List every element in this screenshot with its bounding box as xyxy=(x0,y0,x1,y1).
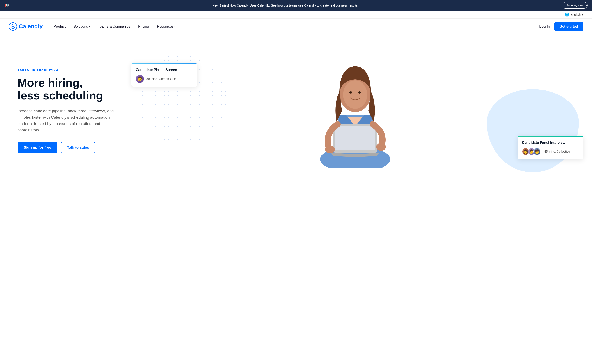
svg-rect-9 xyxy=(335,126,375,150)
close-announcement-button[interactable]: × xyxy=(585,4,588,7)
phone-screen-meta: 30 mins, One-on-One xyxy=(146,77,176,81)
panel-interview-title: Candidate Panel Interview xyxy=(522,141,579,145)
logo-icon xyxy=(9,22,17,31)
hero-blob xyxy=(487,89,579,172)
nav-solutions[interactable]: Solutions ▾ xyxy=(74,25,90,28)
panel-interview-row: 👩 👨 🧑 45 mins, Collective xyxy=(522,148,579,155)
nav-actions: Log In Get started xyxy=(539,22,583,31)
nav-links: Product Solutions ▾ Teams & Companies Pr… xyxy=(53,25,539,28)
hero-subtext: Increase candidate pipeline, book more i… xyxy=(18,108,114,133)
nav-teams-companies[interactable]: Teams & Companies xyxy=(98,25,130,28)
svg-point-11 xyxy=(376,143,386,151)
panel-avatar-2-emoji: 👨 xyxy=(529,149,534,154)
card-phone-body: Candidate Phone Screen 👨 30 mins, One-on… xyxy=(132,64,197,87)
nav-resources[interactable]: Resources ▾ xyxy=(157,25,176,28)
panel-interview-card: Candidate Panel Interview 👩 👨 🧑 45 m xyxy=(518,136,583,159)
phone-screen-title: Candidate Phone Screen xyxy=(136,68,193,72)
svg-point-6 xyxy=(358,91,361,93)
language-label[interactable]: English xyxy=(571,13,581,16)
card-panel-bar xyxy=(518,136,583,137)
panel-avatar-1-emoji: 👩 xyxy=(523,149,528,154)
phone-screen-card: Candidate Phone Screen 👨 30 mins, One-on… xyxy=(132,63,197,87)
save-seat-button[interactable]: Save my seat xyxy=(562,2,588,8)
hero-right: Candidate Phone Screen 👨 30 mins, One-on… xyxy=(132,50,579,172)
logo-text: Calendly xyxy=(19,23,42,30)
phone-screen-row: 👨 30 mins, One-on-One xyxy=(136,75,193,83)
signup-button[interactable]: Sign up for free xyxy=(18,142,57,153)
hero-eyebrow: SPEED UP RECRUITING xyxy=(18,69,132,72)
nav-pricing[interactable]: Pricing xyxy=(138,25,149,28)
announcement-text: New Series! How Calendly Uses Calendly: … xyxy=(12,4,559,7)
card-phone-bar xyxy=(132,63,197,64)
panel-interview-meta: 45 mins, Collective xyxy=(544,150,570,153)
panel-avatar-3-emoji: 🧑 xyxy=(535,149,539,154)
svg-point-10 xyxy=(325,145,335,153)
talk-to-sales-button[interactable]: Talk to sales xyxy=(61,142,95,153)
announcement-emoji: 📢 xyxy=(4,3,9,7)
logo[interactable]: Calendly xyxy=(9,22,42,31)
resources-chevron-icon: ▾ xyxy=(174,25,176,28)
get-started-button[interactable]: Get started xyxy=(554,22,583,31)
hero-headline: More hiring, less scheduling xyxy=(18,77,132,102)
panel-avatar-3: 🧑 xyxy=(533,148,541,155)
svg-point-4 xyxy=(343,80,367,109)
hero-left: SPEED UP RECRUITING More hiring, less sc… xyxy=(18,69,132,154)
main-nav: Calendly Product Solutions ▾ Teams & Com… xyxy=(0,19,592,34)
login-button[interactable]: Log In xyxy=(539,25,550,28)
nav-product[interactable]: Product xyxy=(53,25,66,28)
language-chevron-icon: ▾ xyxy=(582,13,583,16)
globe-icon: 🌐 xyxy=(565,13,569,17)
hero-section: SPEED UP RECRUITING More hiring, less sc… xyxy=(0,34,592,183)
candidate-avatar: 👨 xyxy=(136,75,144,83)
svg-point-5 xyxy=(349,91,352,93)
language-bar: 🌐 English ▾ xyxy=(0,11,592,19)
hero-illustration xyxy=(311,54,399,168)
announcement-bar: 📢 New Series! How Calendly Uses Calendly… xyxy=(0,0,592,11)
solutions-chevron-icon: ▾ xyxy=(89,25,90,28)
hero-ctas: Sign up for free Talk to sales xyxy=(18,142,132,153)
avatar-emoji: 👨 xyxy=(137,76,143,81)
card-panel-body: Candidate Panel Interview 👩 👨 🧑 45 m xyxy=(518,137,583,159)
person-svg xyxy=(311,54,399,168)
panel-avatar-group: 👩 👨 🧑 xyxy=(522,148,539,155)
